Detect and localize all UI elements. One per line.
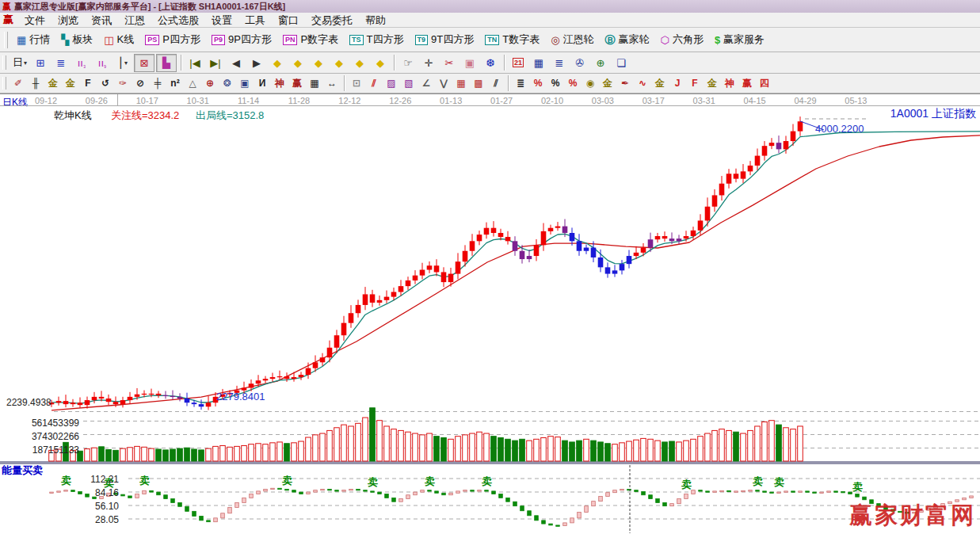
menu-item-settings[interactable]: 设置 (205, 14, 238, 26)
gann-wheel-button[interactable]: ◎江恩轮 (545, 31, 599, 48)
pattern-window-button[interactable]: ⊞ (31, 55, 50, 71)
kline-pattern-3-button[interactable]: ıı₃ (72, 55, 91, 71)
pane-label-daily-kline[interactable]: 日K线 (2, 96, 28, 109)
kline-chart-button[interactable]: ◫K线 (98, 31, 139, 48)
menu-item-browse[interactable]: 浏览 (51, 14, 85, 26)
menu-item-help[interactable]: 帮助 (359, 14, 392, 26)
fan-red-button[interactable]: ⫽ (365, 76, 383, 91)
color-volume-button[interactable]: ▙ (156, 54, 177, 72)
box-anchor-button[interactable]: ⊡ (348, 76, 365, 91)
j-angle-button[interactable]: J (669, 76, 686, 91)
calculator-button[interactable]: ▦ (529, 55, 548, 71)
price-scale-button[interactable]: ≣ (512, 76, 529, 91)
gold-angle-button[interactable]: 金 (704, 76, 721, 91)
percent-lines-button[interactable]: % (564, 76, 582, 91)
diamond-next-button[interactable]: ◆ (288, 55, 307, 71)
gold-underline-button[interactable]: 金 (651, 76, 669, 91)
info-list-button[interactable]: ≣ (51, 55, 71, 71)
menu-item-file[interactable]: 文件 (18, 14, 51, 26)
target-web-button[interactable]: ❂ (219, 76, 236, 91)
next-bar-button[interactable]: ▶ (247, 55, 266, 71)
kline-plot-canvas[interactable]: 卖卖卖卖卖卖卖卖卖卖卖 (0, 94, 980, 534)
pen-tool-button[interactable]: ✐ (10, 76, 27, 91)
target-red-button[interactable]: ⊕ (201, 76, 219, 91)
grid-red-2-button[interactable]: ▩ (470, 76, 487, 91)
oscillator-name-label[interactable]: 能量买卖 (2, 463, 43, 478)
crosshair-button[interactable]: ✛ (419, 55, 438, 71)
menu-item-window[interactable]: 窗口 (272, 14, 305, 26)
diamond-prev-button[interactable]: ◆ (268, 55, 287, 71)
time-circle-button[interactable]: ⊘ (132, 76, 149, 91)
chart-area[interactable]: 卖卖卖卖卖卖卖卖卖卖卖 日K线 09-1209-2610-1710-3111-1… (0, 93, 980, 534)
diamond-expand-button[interactable]: ◆ (371, 55, 390, 71)
first-page-button[interactable]: |◀ (185, 55, 204, 71)
gold-lines-button[interactable]: 金 (599, 76, 616, 91)
spiral-tool-button[interactable]: ↺ (97, 76, 114, 91)
p9-square-button[interactable]: P99P四方形 (206, 31, 277, 48)
export-web-button[interactable]: ⊕ (591, 55, 610, 71)
gold-ruler-2-button[interactable]: 金 (62, 76, 79, 91)
gold-circle-button[interactable]: ◉ (582, 76, 599, 91)
winner-service-button[interactable]: $赢家服务 (709, 31, 770, 48)
menu-item-tools[interactable]: 工具 (238, 14, 272, 26)
parallel-lines-button[interactable]: ⫽ (487, 76, 505, 91)
menu-item-info[interactable]: 资讯 (85, 14, 118, 26)
delete-tool-button[interactable]: ✂ (440, 55, 459, 71)
zigzag-button[interactable]: ⋁ (435, 76, 452, 91)
shen-ruler-button[interactable]: 神 (271, 76, 288, 91)
hexagon-button[interactable]: ⬡六角形 (655, 31, 709, 48)
ying-angle-button[interactable]: 赢 (738, 76, 756, 91)
sectors-button[interactable]: ▚板块 (55, 31, 98, 48)
gann-ruler-button[interactable]: ╫ (27, 76, 44, 91)
wave-gold-button[interactable]: ∿ (634, 76, 651, 91)
fan-box-1-button[interactable]: ▨ (383, 76, 400, 91)
gold-ruler-1-button[interactable]: 金 (44, 76, 62, 91)
brush-mark-button[interactable]: ✒ (616, 76, 634, 91)
single-candle-button[interactable]: ⎮▾ (113, 55, 132, 71)
prev-bar-button[interactable]: ◀ (227, 55, 246, 71)
kline-pattern-9-button[interactable]: ıı₉ (93, 55, 112, 71)
p-number-table-button[interactable]: PNP数字表 (277, 31, 344, 48)
brush-tool-button[interactable]: ✑ (114, 76, 132, 91)
f-angle-button[interactable]: F (686, 76, 704, 91)
t-number-table-button[interactable]: TNT数字表 (479, 31, 545, 48)
n-square-button[interactable]: n² (166, 76, 184, 91)
frame-tool-button[interactable]: ▣ (460, 55, 479, 71)
percent-button[interactable]: % (547, 76, 564, 91)
diamond-hshrink-button[interactable]: ◆ (309, 55, 328, 71)
period-day-select-button[interactable]: 日▾ (10, 55, 29, 71)
diamond-compress-button[interactable]: ◆ (330, 55, 349, 71)
winner-wheel-button[interactable]: Ⓑ赢家轮 (600, 31, 655, 48)
save-button[interactable]: ✇ (570, 55, 589, 71)
diamond-vshrink-button[interactable]: ◆ (350, 55, 369, 71)
drag-hand-button[interactable]: ☞ (398, 55, 418, 71)
p-square-button[interactable]: PSP四方形 (139, 31, 206, 48)
pattern-red-button[interactable]: ⊠ (134, 54, 154, 72)
fib-ruler-button[interactable]: F (79, 76, 97, 91)
pattern-recognize-button[interactable]: ❆ (481, 55, 500, 71)
angle-lines-button[interactable]: ∠ (418, 76, 435, 91)
grid-123-button[interactable]: ▦ (306, 76, 323, 91)
memo-button[interactable]: ≣ (550, 55, 569, 71)
mirror-tool-button[interactable]: △ (184, 76, 201, 91)
si-angle-button[interactable]: 四 (756, 76, 773, 91)
yin-tool-button[interactable]: И (254, 76, 271, 91)
t9-square-button[interactable]: T99T四方形 (410, 31, 480, 48)
menu-item-gann[interactable]: 江恩 (118, 14, 151, 26)
shen-angle-button[interactable]: 神 (721, 76, 738, 91)
app-menu-logo-icon[interactable]: 赢 (0, 13, 18, 27)
ying-ruler-button[interactable]: 赢 (288, 76, 306, 91)
t-square-button[interactable]: TST四方形 (344, 31, 409, 48)
menu-item-trade-entrust[interactable]: 交易委托 (305, 14, 359, 26)
calendar-button[interactable]: 21 (509, 55, 528, 71)
fan-box-2-button[interactable]: ▧ (400, 76, 418, 91)
scale-ruler-button[interactable]: ╪ (149, 76, 166, 91)
width-arrows-button[interactable]: ↔ (323, 76, 341, 91)
market-quotes-button[interactable]: ▦行情 (11, 31, 55, 48)
grid-red-1-button[interactable]: ▦ (452, 76, 470, 91)
menu-item-formula-stock-pick[interactable]: 公式选股 (151, 14, 205, 26)
percent-t-button[interactable]: % (529, 76, 547, 91)
last-page-button[interactable]: ▶| (206, 55, 225, 71)
target-box-button[interactable]: ▣ (236, 76, 254, 91)
export-user-button[interactable]: ❏ (612, 55, 631, 71)
